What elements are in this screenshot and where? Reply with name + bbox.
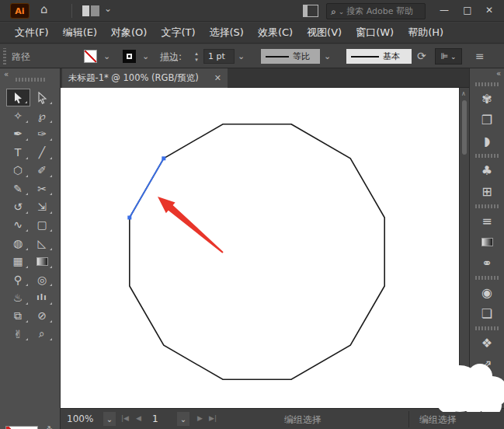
dock-drag-handle[interactable] (475, 154, 499, 158)
stroke-link[interactable]: 描边 (160, 51, 179, 62)
menu-view[interactable]: 视图(V) (300, 23, 349, 43)
collapse-tools-icon[interactable]: « (4, 70, 9, 78)
selected-edge[interactable] (130, 159, 164, 218)
gradient-tool[interactable] (30, 253, 54, 270)
lasso-tool[interactable]: ℘ (30, 106, 54, 124)
zoom-level-value[interactable]: 100% (67, 413, 93, 424)
width-tool[interactable]: ∿ (6, 216, 30, 234)
magic-wand-tool[interactable]: ✧ (6, 106, 30, 124)
close-button[interactable]: ✕ (480, 2, 499, 18)
gradient-panel-icon[interactable] (475, 232, 499, 253)
app-logo-icon[interactable]: Ai (10, 3, 30, 19)
menu-select[interactable]: 选择(S) (202, 23, 250, 43)
menu-effect[interactable]: 效果(C) (251, 23, 300, 43)
symbols-panel-icon[interactable]: ♣ (475, 160, 499, 181)
dock-drag-handle[interactable] (475, 82, 499, 86)
width-profile-select[interactable]: 等比 (261, 49, 320, 64)
stroke-width-chevron-icon[interactable]: ⌄ (235, 49, 247, 64)
artboards-panel-icon[interactable]: ⊟ (475, 375, 499, 396)
polygon-tool[interactable]: ⬡ (6, 162, 30, 180)
stroke-chevron-icon[interactable]: ⌄ (140, 49, 151, 64)
workspace-chevron-icon[interactable]: ⌄ (104, 3, 112, 14)
dock-drag-handle[interactable] (475, 204, 499, 208)
paintbrush-tool[interactable]: ✐ (30, 162, 54, 180)
zoom-chevron-icon[interactable]: ⌄ (103, 412, 116, 426)
recolor-artwork-icon[interactable]: ⟳ (417, 50, 426, 62)
artboard-number-value[interactable]: 1 (152, 413, 158, 424)
menu-edit[interactable]: 编辑(E) (56, 23, 104, 43)
anchor-point-bottom[interactable] (127, 216, 131, 220)
menu-file[interactable]: 文件(F) (8, 23, 56, 43)
slice-tool[interactable]: ⊘ (30, 307, 54, 325)
menu-type[interactable]: 文字(T) (154, 23, 202, 43)
panel-menu-icon[interactable]: ≡ (475, 50, 485, 62)
shape-options-button[interactable]: ⊫ ⌄ (435, 48, 462, 65)
minimize-button[interactable]: — (435, 2, 454, 18)
swap-fill-stroke-icon[interactable]: ⇄ (43, 424, 54, 429)
rotate-tool[interactable]: ↺ (6, 197, 30, 215)
previous-artboard-icon[interactable]: ◀ (136, 414, 141, 422)
stroke-stepper[interactable]: ▴ ▾ (192, 48, 201, 65)
curvature-tool[interactable]: ✑ (30, 125, 54, 143)
mesh-tool[interactable]: ▦ (6, 253, 30, 270)
fill-color-swatch[interactable] (82, 49, 99, 64)
search-input[interactable]: ⌕ ⌄ 搜索 Adobe 帮助 (326, 3, 426, 19)
transparency-panel-icon[interactable]: ⚭ (475, 253, 499, 274)
tools-drag-handle[interactable] (16, 78, 45, 82)
document-tab[interactable]: 未标题-1* @ 100% (RGB/预览) ✕ (62, 68, 228, 88)
workspace-switcher-icon[interactable] (82, 5, 99, 16)
fill-swatch[interactable] (5, 426, 38, 429)
color-guide-panel-icon[interactable]: ◗ (475, 131, 499, 152)
shape-builder-tool[interactable]: ◍ (6, 234, 30, 252)
pen-tool[interactable]: ✒ (6, 125, 30, 143)
scissors-tool[interactable]: ✂ (30, 180, 54, 197)
stepper-down-icon[interactable]: ▾ (195, 57, 198, 63)
first-artboard-icon[interactable]: |◀ (121, 414, 129, 422)
layers-panel-icon[interactable]: ❖ (475, 333, 499, 354)
blend-tool[interactable]: ◎ (30, 270, 54, 288)
scroll-up-icon[interactable]: ∧ (461, 90, 466, 97)
stepper-up-icon[interactable]: ▴ (195, 51, 198, 57)
dock-drag-handle[interactable] (475, 276, 499, 280)
scale-tool[interactable]: ⇲ (30, 197, 54, 215)
export-panel-icon[interactable]: ⇗ (475, 354, 499, 375)
anchor-point-top[interactable] (162, 156, 165, 160)
arrange-documents-icon[interactable] (303, 5, 318, 17)
menu-help[interactable]: 帮助(H) (401, 23, 450, 43)
swatches-panel-icon[interactable]: ⊞ (475, 181, 499, 202)
dock-drag-handle[interactable] (475, 326, 499, 330)
shaper-tool[interactable]: ✎ (6, 180, 30, 197)
vertical-scrollbar[interactable]: ∧ (459, 88, 469, 408)
column-graph-tool[interactable]: ılı (30, 288, 54, 306)
perspective-grid-tool[interactable]: ◺ (30, 234, 54, 252)
line-segment-tool[interactable]: ╱ (30, 143, 54, 161)
color-panel-icon[interactable]: ✾ (475, 89, 499, 110)
artboard-tool[interactable]: ⧉ (6, 307, 30, 325)
next-artboard-icon[interactable]: ▶ (197, 414, 203, 422)
profile-chevron-icon[interactable]: ⌄ (322, 49, 333, 64)
fill-chevron-icon[interactable]: ⌄ (101, 49, 113, 64)
stroke-color-swatch[interactable] (121, 49, 137, 64)
free-transform-tool[interactable]: ▢ (30, 216, 54, 234)
pathfinder-panel-icon[interactable]: ❏ (475, 303, 499, 324)
scrollbar-thumb[interactable] (462, 100, 467, 155)
zoom-tool[interactable]: ⌕ (30, 325, 54, 343)
selection-tool[interactable] (6, 89, 30, 106)
stroke-width-input[interactable]: 1 pt (203, 49, 235, 64)
direct-selection-tool[interactable] (30, 89, 54, 106)
brush-definition-select[interactable]: 基本 (346, 49, 412, 64)
eyedropper-tool[interactable]: ⚲ (6, 270, 30, 288)
home-icon[interactable]: ⌂ (40, 2, 48, 16)
libraries-panel-icon[interactable]: ❐ (475, 110, 499, 131)
hand-tool[interactable]: ✌ (6, 325, 30, 343)
menu-object[interactable]: 对象(O) (104, 23, 154, 43)
appearance-panel-icon[interactable]: ◉ (475, 282, 499, 303)
artboard-chevron-icon[interactable]: ⌄ (177, 412, 189, 426)
controlbar-drag-handle[interactable] (3, 48, 6, 65)
expand-panels-icon[interactable]: « (496, 69, 501, 78)
dodecagon-shape[interactable] (130, 124, 384, 379)
tab-close-icon[interactable]: ✕ (214, 73, 221, 83)
maximize-button[interactable]: □ (458, 2, 477, 18)
stroke-weight-label[interactable]: 描边: (160, 51, 182, 64)
symbol-sprayer-tool[interactable]: ♨ (6, 288, 30, 306)
